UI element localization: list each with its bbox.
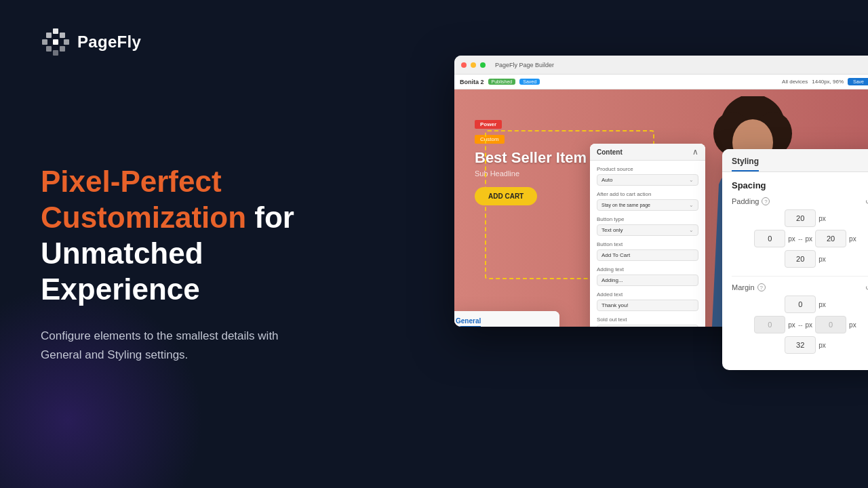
field-label-after-add: After add to cart action: [597, 191, 698, 197]
padding-sub-section-header: Padding ? ↺ ⊞: [732, 197, 868, 205]
field-label-button-type: Button type: [597, 216, 698, 222]
padding-sub-section: Padding ? ↺ ⊞ 20 px: [732, 197, 868, 268]
field-input-button-text[interactable]: Add To Cart: [597, 249, 698, 261]
spacing-title: Spacing: [732, 180, 766, 190]
margin-left-unit: px: [788, 321, 795, 329]
margin-grid: 0 px 0 px -- px 0 px: [732, 296, 868, 354]
headline-line2-white: for: [246, 201, 294, 234]
margin-right-unit: px: [849, 321, 856, 329]
field-button-text: Button text Add To Cart: [597, 241, 698, 261]
styling-panel-tabs: Styling: [722, 149, 868, 172]
field-button-type: Button type Text only ⌄: [597, 216, 698, 236]
padding-top-input[interactable]: 20: [785, 209, 816, 227]
padding-middle-row: 0 px -- px 20 px: [754, 230, 856, 247]
padding-left-unit: px: [788, 235, 795, 243]
padding-top-unit: px: [818, 215, 826, 222]
editor-badge-published: Published: [488, 79, 516, 85]
field-input-adding-text[interactable]: Adding...: [597, 274, 698, 286]
padding-grid: 20 px 0 px -- px 20 px: [732, 209, 868, 268]
padding-bottom-row: 20 px: [785, 250, 826, 268]
headline-line4: Unmatched Experience: [41, 236, 366, 308]
content-panel-close[interactable]: ∧: [692, 148, 698, 156]
padding-label: Padding ?: [732, 197, 770, 205]
padding-right-input[interactable]: 20: [815, 230, 846, 247]
editor-device: All devices: [782, 79, 808, 85]
padding-separator: --: [798, 235, 803, 243]
padding-right-unit: px: [849, 235, 856, 243]
general-panel: General: [454, 311, 559, 327]
margin-left-input[interactable]: 0: [754, 316, 785, 333]
product-title: Best Seller Item: [475, 149, 587, 167]
editor-badge-saved: Saved: [519, 79, 540, 85]
margin-reset-icon[interactable]: ↺: [865, 284, 868, 291]
margin-top-unit: px: [818, 301, 826, 308]
section-divider: [732, 276, 868, 277]
subtext: Configure elements to the smallest detai…: [41, 327, 312, 365]
field-input-button-type[interactable]: Text only ⌄: [597, 224, 698, 236]
margin-right-input[interactable]: 0: [815, 316, 846, 333]
product-subtitle: Sub Headline: [475, 169, 587, 178]
margin-bottom-input[interactable]: 32: [785, 336, 816, 354]
product-content: Power Custom Best Seller Item Sub Headli…: [475, 117, 587, 205]
left-panel: Pixel-Perfect Customization for Unmatche…: [41, 0, 366, 488]
browser-tab-label: PageFly Page Builder: [495, 62, 554, 68]
margin-center-unit: px: [806, 321, 813, 329]
spacing-section-header: Spacing ∧: [732, 180, 868, 190]
browser-toolbar: PageFly Page Builder: [454, 56, 868, 75]
margin-info-icon[interactable]: ?: [757, 283, 766, 291]
headline-line2: Customization for: [41, 200, 366, 236]
field-input-added-text[interactable]: Thank you!: [597, 300, 698, 311]
margin-separator: --: [798, 321, 803, 329]
margin-bottom-row: 32 px: [785, 336, 826, 354]
styling-panel: Styling Spacing ∧ Padding ? ↺ ⊞: [722, 149, 868, 370]
margin-middle-row: 0 px -- px 0 px: [754, 316, 856, 333]
content-panel-header: Content ∧: [590, 144, 705, 161]
field-added-text: Added text Thank you!: [597, 291, 698, 311]
content-panel-body: Product source Auto ⌄ After add to cart …: [590, 161, 705, 327]
editor-save-btn[interactable]: Save: [848, 78, 868, 85]
field-input-after-add[interactable]: Stay on the same page ⌄: [597, 199, 698, 211]
padding-action-icons: ↺ ⊞: [865, 198, 868, 205]
padding-reset-icon[interactable]: ↺: [865, 198, 868, 205]
field-label-added-text: Added text: [597, 291, 698, 298]
field-label-product-source: Product source: [597, 166, 698, 172]
field-sold-out: Sold out text Sold out: [597, 317, 698, 327]
margin-sub-section-header: Margin ? ↺ ⊞: [732, 283, 868, 291]
field-input-sold-out[interactable]: Sold out: [597, 325, 698, 327]
editor-toolbar-right: All devices 1440px, 96% Save: [782, 78, 868, 85]
field-label-button-text: Button text: [597, 241, 698, 247]
field-adding-text: Adding text Adding...: [597, 266, 698, 286]
headline-line1: Pixel-Perfect: [41, 164, 366, 200]
editor-page-name: Bonita 2: [460, 79, 484, 85]
general-panel-header: General: [454, 311, 559, 327]
browser-dot-green: [480, 62, 486, 68]
add-cart-button[interactable]: ADD CART: [475, 187, 537, 205]
product-tag-power: Power: [475, 120, 502, 129]
padding-bottom-unit: px: [818, 256, 826, 263]
styling-tab[interactable]: Styling: [732, 157, 759, 171]
field-label-adding-text: Adding text: [597, 266, 698, 272]
field-product-source: Product source Auto ⌄: [597, 166, 698, 186]
margin-label: Margin ?: [732, 283, 766, 291]
margin-top-input[interactable]: 0: [785, 296, 816, 313]
field-label-sold-out: Sold out text: [597, 317, 698, 323]
padding-left-input[interactable]: 0: [754, 230, 785, 247]
margin-top-row: 0 px: [785, 296, 826, 313]
browser-dot-yellow: [471, 62, 476, 68]
margin-sub-section: Margin ? ↺ ⊞ 0 px: [732, 283, 868, 354]
padding-center-unit: px: [806, 235, 813, 243]
content-panel-outer: Content ∧ Product source Auto ⌄ After ad…: [590, 144, 705, 327]
spacing-section: Spacing ∧ Padding ? ↺ ⊞ 20: [722, 172, 868, 370]
general-tab[interactable]: General: [456, 317, 481, 327]
content-panel: Content ∧ Product source Auto ⌄ After ad…: [590, 144, 705, 327]
padding-info-icon[interactable]: ?: [762, 197, 770, 205]
headline: Pixel-Perfect Customization for Unmatche…: [41, 164, 366, 307]
editor-toolbar: Bonita 2 Published Saved All devices 144…: [454, 75, 868, 89]
product-tag-custom: Custom: [475, 135, 505, 144]
padding-bottom-input[interactable]: 20: [785, 250, 816, 268]
content-panel-title: Content: [597, 148, 623, 156]
headline-line2-text: Customization: [41, 201, 246, 234]
field-input-product-source[interactable]: Auto ⌄: [597, 174, 698, 186]
margin-action-icons: ↺ ⊞: [865, 284, 868, 291]
padding-top-row: 20 px: [785, 209, 826, 227]
